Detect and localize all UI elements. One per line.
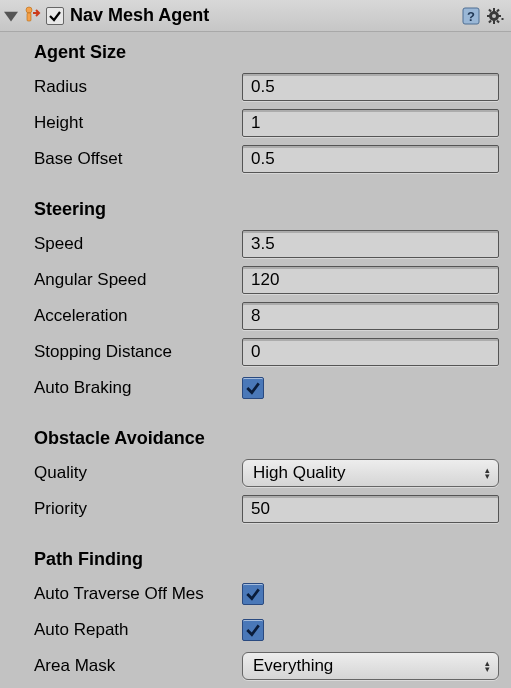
- svg-rect-15: [502, 18, 504, 20]
- auto-repath-label: Auto Repath: [34, 620, 242, 640]
- area-mask-dropdown[interactable]: Everything ▴▾: [242, 652, 499, 680]
- svg-text:?: ?: [467, 9, 475, 24]
- component-enabled-checkbox[interactable]: [46, 7, 64, 25]
- base-offset-label: Base Offset: [34, 149, 242, 169]
- updown-arrows-icon: ▴▾: [485, 467, 490, 479]
- navmesh-agent-component: Nav Mesh Agent ?: [0, 0, 511, 688]
- updown-arrows-icon: ▴▾: [485, 660, 490, 672]
- help-icon[interactable]: ?: [461, 6, 481, 26]
- speed-input[interactable]: [242, 230, 499, 258]
- section-agent-size-title: Agent Size: [34, 42, 499, 63]
- svg-rect-9: [497, 15, 501, 17]
- component-title: Nav Mesh Agent: [68, 5, 457, 26]
- speed-label: Speed: [34, 234, 242, 254]
- auto-braking-checkbox[interactable]: [242, 377, 264, 399]
- priority-input[interactable]: [242, 495, 499, 523]
- height-input[interactable]: [242, 109, 499, 137]
- area-mask-value: Everything: [253, 656, 333, 676]
- svg-rect-11: [496, 8, 500, 12]
- svg-rect-6: [493, 8, 495, 12]
- stopping-distance-input[interactable]: [242, 338, 499, 366]
- svg-point-1: [26, 7, 32, 13]
- svg-point-14: [492, 14, 496, 18]
- section-pathfinding-title: Path Finding: [34, 549, 499, 570]
- stopping-distance-label: Stopping Distance: [34, 342, 242, 362]
- section-steering-title: Steering: [34, 199, 499, 220]
- auto-braking-label: Auto Braking: [34, 378, 242, 398]
- component-header: Nav Mesh Agent ?: [0, 0, 511, 32]
- radius-input[interactable]: [242, 73, 499, 101]
- svg-rect-2: [27, 13, 31, 21]
- height-label: Height: [34, 113, 242, 133]
- angular-speed-label: Angular Speed: [34, 270, 242, 290]
- foldout-toggle[interactable]: [4, 9, 18, 23]
- component-body: Agent Size Radius Height Base Offset Ste…: [0, 32, 511, 688]
- radius-label: Radius: [34, 77, 242, 97]
- svg-rect-10: [488, 8, 492, 12]
- navmesh-agent-icon: [22, 6, 42, 26]
- base-offset-input[interactable]: [242, 145, 499, 173]
- angular-speed-input[interactable]: [242, 266, 499, 294]
- acceleration-label: Acceleration: [34, 306, 242, 326]
- auto-traverse-checkbox[interactable]: [242, 583, 264, 605]
- section-obstacle-title: Obstacle Avoidance: [34, 428, 499, 449]
- quality-value: High Quality: [253, 463, 346, 483]
- auto-traverse-label: Auto Traverse Off Mes: [34, 584, 242, 604]
- svg-rect-13: [496, 19, 500, 23]
- acceleration-input[interactable]: [242, 302, 499, 330]
- svg-marker-0: [4, 11, 18, 21]
- priority-label: Priority: [34, 499, 242, 519]
- svg-rect-12: [488, 19, 492, 23]
- area-mask-label: Area Mask: [34, 656, 242, 676]
- svg-rect-8: [487, 15, 491, 17]
- auto-repath-checkbox[interactable]: [242, 619, 264, 641]
- quality-label: Quality: [34, 463, 242, 483]
- svg-rect-7: [493, 20, 495, 24]
- quality-dropdown[interactable]: High Quality ▴▾: [242, 459, 499, 487]
- settings-gear-icon[interactable]: [485, 6, 505, 26]
